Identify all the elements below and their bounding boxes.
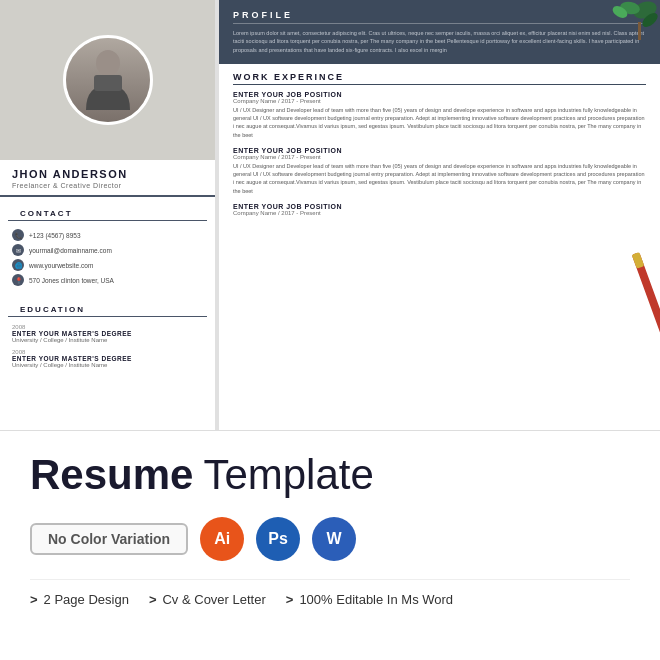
feature-item-2: > Cv & Cover Letter xyxy=(149,592,266,607)
contact-heading: CONTACT xyxy=(8,203,207,221)
job-position-2: ENTER YOUR JOB POSITION xyxy=(233,147,646,154)
contact-location: 📍 570 Jones clinton tower, USA xyxy=(12,274,203,286)
svg-point-0 xyxy=(96,50,120,76)
ps-icon: Ps xyxy=(256,517,300,561)
edu-school-2: University / College / Institute Name xyxy=(12,362,203,368)
contact-phone: 📞 +123 (4567) 8953 xyxy=(12,229,203,241)
feature-arrow-1: > xyxy=(30,592,38,607)
edu-school-1: University / College / Institute Name xyxy=(12,337,203,343)
work-section: WORK EXPERINCE ENTER YOUR JOB POSITION C… xyxy=(219,64,660,232)
job-position-1: ENTER YOUR JOB POSITION xyxy=(233,91,646,98)
feature-arrow-2: > xyxy=(149,592,157,607)
name-area: JHON ANDERSON Freelancer & Creative Dire… xyxy=(0,160,215,197)
svg-rect-8 xyxy=(632,252,645,269)
feature-item-1: > 2 Page Design xyxy=(30,592,129,607)
profile-text: Lorem ipsum dolor sit amet, consectetur … xyxy=(233,29,646,54)
features-row: > 2 Page Design > Cv & Cover Letter > 10… xyxy=(30,579,630,607)
resume-right-panel: PROFILE Lorem ipsum dolor sit amet, cons… xyxy=(219,0,660,430)
job-company-1: Company Name / 2017 - Present xyxy=(233,98,646,104)
template-title-row: Resume Template xyxy=(30,451,630,499)
profile-photo-inner xyxy=(66,38,150,122)
ai-icon: Ai xyxy=(200,517,244,561)
web-icon: 🌐 xyxy=(12,259,24,271)
location-icon: 📍 xyxy=(12,274,24,286)
profile-header: PROFILE Lorem ipsum dolor sit amet, cons… xyxy=(219,0,660,64)
job-company-3: Company Name / 2017 - Present xyxy=(233,210,646,216)
job-entry-2: ENTER YOUR JOB POSITION Company Name / 2… xyxy=(233,147,646,195)
job-position-3: ENTER YOUR JOB POSITION xyxy=(233,203,646,210)
resume-name: JHON ANDERSON xyxy=(12,168,203,180)
person-silhouette xyxy=(78,45,138,115)
main-container: JHON ANDERSON Freelancer & Creative Dire… xyxy=(0,0,660,660)
job-company-2: Company Name / 2017 - Present xyxy=(233,154,646,160)
template-title-light: Template xyxy=(203,451,373,499)
contact-email: ✉ yourmail@domainname.com xyxy=(12,244,203,256)
profile-photo xyxy=(63,35,153,125)
profile-section-title: PROFILE xyxy=(233,10,646,24)
edu-degree-1: ENTER YOUR MASTER'S DEGREE xyxy=(12,330,203,337)
edu-degree-2: ENTER YOUR MASTER'S DEGREE xyxy=(12,355,203,362)
job-desc-2: UI / UX Designer and Developer lead of t… xyxy=(233,162,646,195)
resume-left-panel: JHON ANDERSON Freelancer & Creative Dire… xyxy=(0,0,215,430)
phone-icon: 📞 xyxy=(12,229,24,241)
job-desc-1: UI / UX Designer and Developer lead of t… xyxy=(233,106,646,139)
no-color-badge: No Color Variation xyxy=(30,523,188,555)
feature-label-2: Cv & Cover Letter xyxy=(162,592,265,607)
contact-web: 🌐 www.yourwebsite.com xyxy=(12,259,203,271)
resume-title: Freelancer & Creative Director xyxy=(12,182,203,189)
job-entry-1: ENTER YOUR JOB POSITION Company Name / 2… xyxy=(233,91,646,139)
badges-row: No Color Variation Ai Ps W xyxy=(30,517,630,561)
education-heading: EDUCATION xyxy=(8,299,207,317)
bottom-area: Resume Template No Color Variation Ai Ps… xyxy=(0,430,660,660)
svg-rect-6 xyxy=(638,22,641,40)
word-icon: W xyxy=(312,517,356,561)
feature-arrow-3: > xyxy=(286,592,294,607)
job-entry-3: ENTER YOUR JOB POSITION Company Name / 2… xyxy=(233,203,646,216)
edu-item-1: 2008 ENTER YOUR MASTER'S DEGREE Universi… xyxy=(0,321,215,346)
edu-item-2: 2008 ENTER YOUR MASTER'S DEGREE Universi… xyxy=(0,346,215,371)
work-section-title: WORK EXPERINCE xyxy=(233,72,646,85)
contact-info: 📞 +123 (4567) 8953 ✉ yourmail@domainname… xyxy=(0,225,215,293)
feature-item-3: > 100% Editable In Ms Word xyxy=(286,592,453,607)
template-title-bold: Resume xyxy=(30,451,193,499)
resume-preview: JHON ANDERSON Freelancer & Creative Dire… xyxy=(0,0,660,430)
email-icon: ✉ xyxy=(12,244,24,256)
feature-label-3: 100% Editable In Ms Word xyxy=(299,592,453,607)
svg-rect-1 xyxy=(94,75,122,91)
plant-decoration xyxy=(600,0,660,60)
profile-photo-area xyxy=(0,0,215,160)
feature-label-1: 2 Page Design xyxy=(44,592,129,607)
